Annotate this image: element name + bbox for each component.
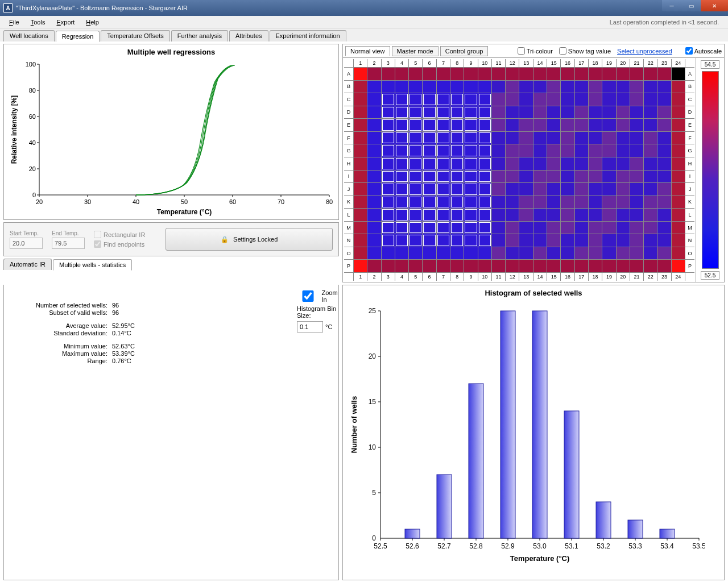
plate-cell[interactable] xyxy=(602,196,615,209)
plate-cell[interactable] xyxy=(450,222,464,234)
plate-cell[interactable] xyxy=(354,260,367,272)
plate-cell[interactable] xyxy=(561,106,574,119)
plate-cell[interactable] xyxy=(395,171,408,183)
plate-cell[interactable] xyxy=(395,247,408,260)
zoom-in-checkbox[interactable] xyxy=(297,290,319,302)
plate-cell[interactable] xyxy=(519,234,532,247)
plate-cell[interactable] xyxy=(561,234,574,247)
plate-cell[interactable] xyxy=(617,144,630,157)
plate-cell[interactable] xyxy=(464,157,477,170)
plate-cell[interactable] xyxy=(561,209,574,221)
plate-cell[interactable] xyxy=(617,157,630,170)
plate-cell[interactable] xyxy=(382,144,395,157)
plate-cell[interactable] xyxy=(395,81,408,93)
plate-cell[interactable] xyxy=(575,222,588,234)
plate-cell[interactable] xyxy=(547,93,560,106)
menu-file[interactable]: File xyxy=(3,17,25,27)
plate-cell[interactable] xyxy=(492,247,505,260)
plate-cell[interactable] xyxy=(382,183,395,196)
master-mode-button[interactable]: Master mode xyxy=(392,46,439,56)
plate-cell[interactable] xyxy=(617,183,630,196)
plate-cell[interactable] xyxy=(602,119,615,131)
plate-cell[interactable] xyxy=(602,234,615,247)
plate-cell[interactable] xyxy=(644,132,657,144)
plate-cell[interactable] xyxy=(423,171,436,183)
plate-cell[interactable] xyxy=(367,260,380,272)
menu-export[interactable]: Export xyxy=(51,17,80,27)
plate-cell[interactable] xyxy=(464,234,477,247)
plate-cell[interactable] xyxy=(589,209,602,221)
plate-cell[interactable] xyxy=(506,119,519,131)
plate-cell[interactable] xyxy=(382,68,395,80)
plate-cell[interactable] xyxy=(575,209,588,221)
plate-cell[interactable] xyxy=(382,171,395,183)
plate-cell[interactable] xyxy=(547,157,560,170)
plate-cell[interactable] xyxy=(382,247,395,260)
plate-cell[interactable] xyxy=(506,93,519,106)
plate-cell[interactable] xyxy=(367,234,380,247)
plate-cell[interactable] xyxy=(506,183,519,196)
plate-cell[interactable] xyxy=(423,132,436,144)
plate-cell[interactable] xyxy=(644,183,657,196)
plate-cell[interactable] xyxy=(519,132,532,144)
plate-cell[interactable] xyxy=(561,183,574,196)
plate-cell[interactable] xyxy=(589,144,602,157)
plate-cell[interactable] xyxy=(506,157,519,170)
plate-cell[interactable] xyxy=(423,222,436,234)
plate-cell[interactable] xyxy=(547,196,560,209)
plate-cell[interactable] xyxy=(533,171,547,183)
plate-cell[interactable] xyxy=(464,247,477,260)
plate-cell[interactable] xyxy=(506,234,519,247)
menu-help[interactable]: Help xyxy=(80,17,105,27)
plate-cell[interactable] xyxy=(519,144,532,157)
plate-cell[interactable] xyxy=(617,209,630,221)
tri-colour-checkbox[interactable] xyxy=(518,47,525,55)
plate-cell[interactable] xyxy=(409,144,422,157)
plate-cell[interactable] xyxy=(395,119,408,131)
plate-cell[interactable] xyxy=(450,132,464,144)
plate-cell[interactable] xyxy=(437,196,450,209)
plate-cell[interactable] xyxy=(644,157,657,170)
plate-cell[interactable] xyxy=(519,171,532,183)
plate-cell[interactable] xyxy=(630,222,643,234)
plate-cell[interactable] xyxy=(602,93,615,106)
plate-cell[interactable] xyxy=(354,171,367,183)
plate-cell[interactable] xyxy=(506,81,519,93)
plate-cell[interactable] xyxy=(575,93,588,106)
normal-view-button[interactable]: Normal view xyxy=(345,46,390,56)
plate-cell[interactable] xyxy=(519,68,532,80)
plate-cell[interactable] xyxy=(478,81,491,93)
plate-cell[interactable] xyxy=(492,157,505,170)
plate-cell[interactable] xyxy=(533,260,547,272)
plate-cell[interactable] xyxy=(450,260,464,272)
plate-cell[interactable] xyxy=(575,196,588,209)
plate-cell[interactable] xyxy=(575,183,588,196)
plate-cell[interactable] xyxy=(617,222,630,234)
plate-cell[interactable] xyxy=(437,68,450,80)
tab-further-analysis[interactable]: Further analysis xyxy=(171,30,228,41)
plate-cell[interactable] xyxy=(395,132,408,144)
plate-cell[interactable] xyxy=(575,247,588,260)
plate-cell[interactable] xyxy=(409,209,422,221)
plate-cell[interactable] xyxy=(506,247,519,260)
plate-cell[interactable] xyxy=(450,68,464,80)
control-group-button[interactable]: Control group xyxy=(440,46,489,56)
plate-cell[interactable] xyxy=(382,196,395,209)
plate-cell[interactable] xyxy=(575,68,588,80)
plate-cell[interactable] xyxy=(602,209,615,221)
start-temp-input[interactable] xyxy=(10,238,43,249)
plate-cell[interactable] xyxy=(657,81,671,93)
plate-cell[interactable] xyxy=(492,196,505,209)
plate-cell[interactable] xyxy=(657,157,671,170)
plate-cell[interactable] xyxy=(589,132,602,144)
plate-cell[interactable] xyxy=(533,196,547,209)
plate-cell[interactable] xyxy=(672,132,685,144)
plate-cell[interactable] xyxy=(395,196,408,209)
plate-cell[interactable] xyxy=(367,119,380,131)
plate-cell[interactable] xyxy=(395,144,408,157)
plate-cell[interactable] xyxy=(423,93,436,106)
tab-automatic-ir[interactable]: Automatic IR xyxy=(3,259,52,270)
plate-cell[interactable] xyxy=(367,68,380,80)
plate-cell[interactable] xyxy=(382,222,395,234)
plate-cell[interactable] xyxy=(644,260,657,272)
